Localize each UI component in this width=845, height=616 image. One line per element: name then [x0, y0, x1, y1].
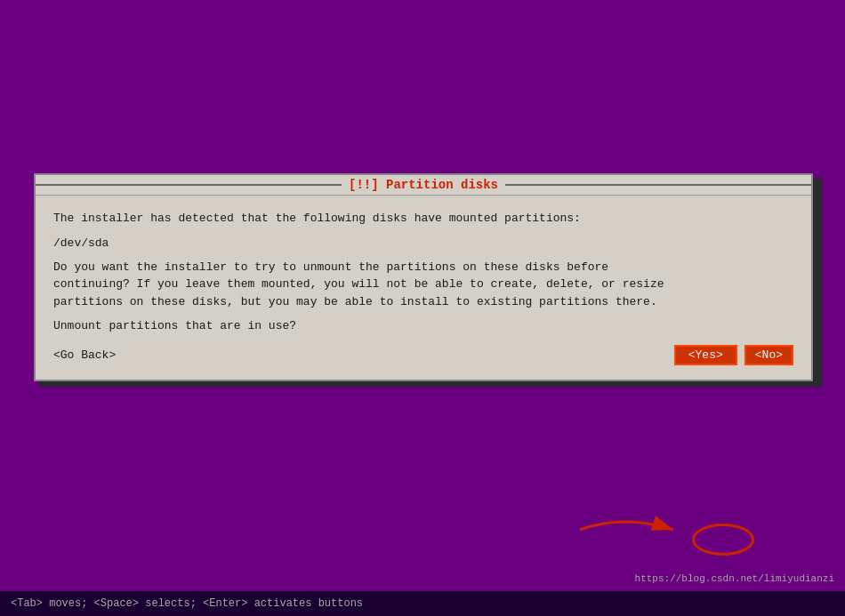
watermark: https://blog.csdn.net/limiyudianzi — [635, 573, 834, 584]
dialog-content: The installer has detected that the foll… — [36, 195, 811, 380]
body-line2-part3: partitions on these disks, but you may b… — [53, 295, 657, 308]
status-text: <Tab> moves; <Space> selects; <Enter> ac… — [11, 597, 363, 610]
body-line2: Do you want the installer to try to unmo… — [53, 259, 793, 311]
partition-dialog: [!!] Partition disks The installer has d… — [34, 173, 813, 381]
body-line2-part2: continuing? If you leave them mounted, y… — [53, 277, 664, 291]
question-text: Unmount partitions that are in use? — [53, 319, 793, 332]
body-line2-part1: Do you want the installer to try to unmo… — [53, 260, 608, 274]
dialog-title-bar: [!!] Partition disks — [36, 175, 811, 195]
yes-button[interactable]: <Yes> — [674, 345, 737, 365]
confirm-buttons: <Yes> <No> — [674, 345, 793, 365]
dialog-title: [!!] Partition disks — [342, 178, 505, 192]
button-row: <Go Back> <Yes> <No> — [53, 345, 793, 365]
body-line1: The installer has detected that the foll… — [53, 210, 793, 228]
no-button[interactable]: <No> — [744, 345, 793, 365]
title-line-left — [36, 184, 342, 186]
dialog-wrapper: [!!] Partition disks The installer has d… — [34, 173, 817, 381]
status-bar: <Tab> moves; <Space> selects; <Enter> ac… — [0, 591, 845, 616]
device-name: /dev/sda — [53, 236, 793, 250]
go-back-button[interactable]: <Go Back> — [53, 348, 116, 362]
title-line-right — [505, 184, 811, 186]
